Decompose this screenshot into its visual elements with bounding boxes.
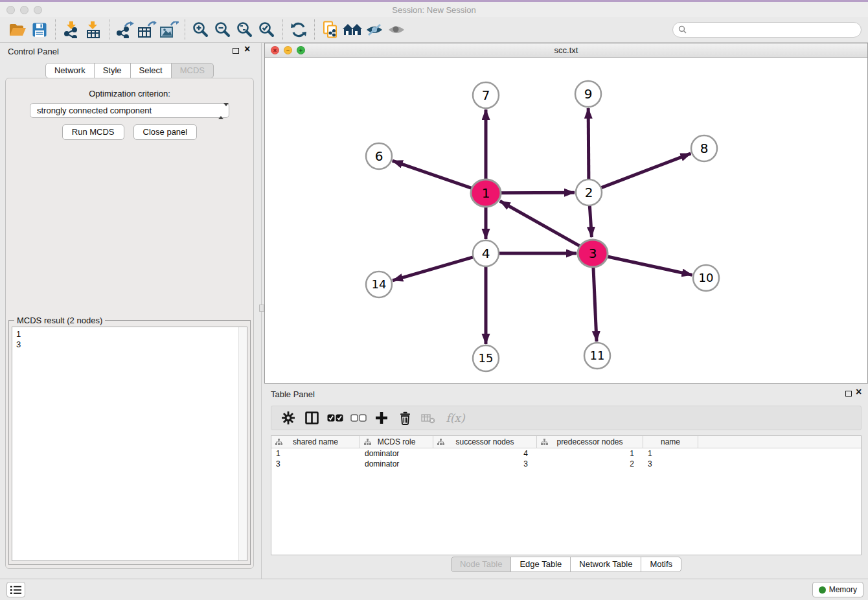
column-header-shared-name[interactable]: shared name <box>271 436 360 448</box>
search-input[interactable] <box>690 25 856 34</box>
memory-button[interactable]: Memory <box>812 582 863 597</box>
add-column-button[interactable] <box>370 408 393 428</box>
export-table-button[interactable] <box>136 19 158 41</box>
table-cell[interactable]: 3 <box>643 459 698 469</box>
table-tab-network-table[interactable]: Network Table <box>570 557 641 572</box>
function-builder-button[interactable]: f(x) <box>440 408 471 428</box>
graph-node-6[interactable]: 6 <box>366 143 392 169</box>
tab-network[interactable]: Network <box>45 63 95 78</box>
tab-select[interactable]: Select <box>130 63 172 78</box>
edge-1-6[interactable] <box>393 161 473 189</box>
graph-node-15[interactable]: 15 <box>473 345 499 371</box>
save-session-button[interactable] <box>29 19 51 41</box>
table-cell[interactable]: 3 <box>271 459 360 469</box>
table-cell[interactable]: 1 <box>643 448 698 459</box>
delete-table-button[interactable] <box>417 408 440 428</box>
node-table[interactable]: shared nameMCDS rolesuccessor nodesprede… <box>271 435 862 555</box>
svg-text:8: 8 <box>700 141 709 156</box>
table-cell[interactable]: 2 <box>537 459 643 469</box>
zoom-selected-icon <box>258 21 275 38</box>
graph-node-11[interactable]: 11 <box>584 343 610 369</box>
column-header-MCDS-role[interactable]: MCDS role <box>360 436 433 448</box>
refresh-layout-button[interactable] <box>288 19 310 41</box>
edge-2-3[interactable] <box>589 204 591 237</box>
toolbar-separator <box>185 19 185 40</box>
table-tab-motifs[interactable]: Motifs <box>641 557 681 572</box>
edge-2-9[interactable] <box>588 108 589 181</box>
hide-selected-button[interactable] <box>363 19 385 41</box>
mcds-result-list[interactable]: 1 3 <box>12 327 247 561</box>
float-panel-icon[interactable] <box>233 48 239 54</box>
table-row[interactable]: 1dominator411 <box>271 448 861 459</box>
table-cell[interactable]: dominator <box>360 448 433 459</box>
edge-1-2[interactable] <box>499 192 575 193</box>
svg-text:6: 6 <box>375 148 383 164</box>
edge-3-10[interactable] <box>606 256 692 275</box>
edge-3-11[interactable] <box>593 267 597 341</box>
graph-node-7[interactable]: 7 <box>473 82 499 108</box>
show-all-button[interactable] <box>385 19 407 41</box>
graph-node-1[interactable]: 1 <box>471 179 501 207</box>
tab-mcds[interactable]: MCDS <box>171 63 214 78</box>
splitter-grip[interactable] <box>259 305 264 312</box>
svg-text:7: 7 <box>482 87 490 103</box>
column-label: name <box>661 437 680 446</box>
import-table-button[interactable] <box>82 19 104 41</box>
import-network-button[interactable] <box>60 19 82 41</box>
hierarchy-icon <box>541 439 548 446</box>
node-table-header: shared nameMCDS rolesuccessor nodesprede… <box>271 436 861 448</box>
panel-splitter[interactable] <box>259 43 264 579</box>
fit-content-button[interactable] <box>234 19 256 41</box>
graph-node-4[interactable]: 4 <box>473 240 499 266</box>
criterion-dropdown[interactable]: strongly connected component <box>30 103 229 118</box>
graph-node-3[interactable]: 3 <box>578 240 608 267</box>
edge-3-1[interactable] <box>500 201 581 246</box>
table-cell[interactable]: 1 <box>271 448 360 459</box>
network-window-titlebar: × − + scc.txt <box>265 43 867 58</box>
zoom-in-button[interactable] <box>190 19 212 41</box>
table-cell[interactable]: 1 <box>537 448 643 459</box>
export-network-button[interactable] <box>114 19 136 41</box>
search-icon <box>678 25 687 34</box>
column-header-name[interactable]: name <box>643 436 698 448</box>
export-image-button[interactable] <box>158 19 180 41</box>
table-tab-edge-table[interactable]: Edge Table <box>510 557 571 572</box>
search-field[interactable] <box>672 22 862 38</box>
network-canvas[interactable]: 7968124314101511 <box>265 58 867 383</box>
column-header-predecessor-nodes[interactable]: predecessor nodes <box>537 436 643 448</box>
control-panel-title: Control Panel <box>8 47 59 56</box>
open-session-button[interactable] <box>6 19 29 41</box>
close-table-panel-icon[interactable]: × <box>856 386 862 398</box>
table-cell[interactable]: dominator <box>360 459 433 469</box>
run-mcds-button[interactable]: Run MCDS <box>62 124 124 140</box>
edge-2-8[interactable] <box>600 154 691 189</box>
first-neighbors-button[interactable] <box>341 19 363 41</box>
delete-column-button[interactable] <box>393 408 417 428</box>
close-panel-button[interactable]: Close panel <box>133 124 198 140</box>
table-row[interactable]: 3dominator323 <box>271 459 861 469</box>
select-all-button[interactable] <box>323 408 347 428</box>
close-panel-icon[interactable]: × <box>244 43 250 55</box>
tab-style[interactable]: Style <box>94 63 131 78</box>
table-tab-node-table[interactable]: Node Table <box>451 557 512 572</box>
graph-node-2[interactable]: 2 <box>576 179 602 205</box>
copy-network-button[interactable] <box>319 19 341 41</box>
float-table-panel-icon[interactable] <box>845 391 852 397</box>
result-scrollbar[interactable] <box>238 327 247 560</box>
svg-text:10: 10 <box>699 271 714 284</box>
graph-node-10[interactable]: 10 <box>693 265 719 291</box>
node-table-body: 1dominator4113dominator323 <box>271 448 861 469</box>
column-header-successor-nodes[interactable]: successor nodes <box>433 436 537 448</box>
zoom-out-button[interactable] <box>212 19 234 41</box>
deselect-all-button[interactable] <box>347 408 370 428</box>
task-history-button[interactable] <box>6 582 25 597</box>
table-cell[interactable]: 3 <box>433 459 537 469</box>
zoom-selected-button[interactable] <box>256 19 278 41</box>
column-visibility-button[interactable] <box>300 408 323 428</box>
graph-node-14[interactable]: 14 <box>366 271 392 297</box>
graph-node-9[interactable]: 9 <box>575 81 601 107</box>
table-cell[interactable]: 4 <box>433 448 537 459</box>
edge-4-14[interactable] <box>393 257 475 281</box>
table-settings-button[interactable] <box>277 408 300 428</box>
graph-node-8[interactable]: 8 <box>691 135 717 161</box>
